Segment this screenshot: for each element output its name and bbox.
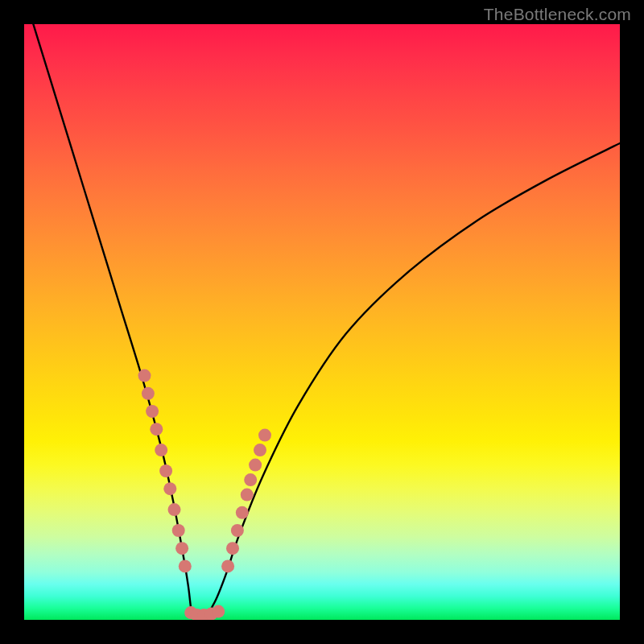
data-point <box>155 444 167 456</box>
data-point <box>241 489 254 502</box>
watermark-text: TheBottleneck.com <box>484 5 631 24</box>
data-points <box>138 369 272 620</box>
data-point <box>244 473 257 486</box>
data-point <box>168 503 181 516</box>
data-point <box>159 464 172 477</box>
data-point <box>146 405 159 418</box>
data-point <box>226 542 239 555</box>
bottleneck-curve <box>24 24 620 620</box>
plot-area <box>24 24 620 620</box>
chart-svg <box>24 24 620 620</box>
data-point <box>221 559 234 572</box>
data-point <box>175 542 188 555</box>
data-point <box>138 369 151 382</box>
data-point <box>249 459 262 472</box>
data-point <box>172 524 185 537</box>
curve-group <box>24 24 620 620</box>
data-point <box>258 429 271 442</box>
data-point <box>150 423 163 436</box>
data-point <box>212 605 225 618</box>
data-point <box>236 506 249 519</box>
data-point <box>231 524 244 537</box>
data-point <box>163 482 176 495</box>
data-point <box>142 387 155 400</box>
chart-frame: TheBottleneck.com <box>0 0 644 644</box>
data-point <box>254 444 266 456</box>
data-point <box>179 559 192 572</box>
